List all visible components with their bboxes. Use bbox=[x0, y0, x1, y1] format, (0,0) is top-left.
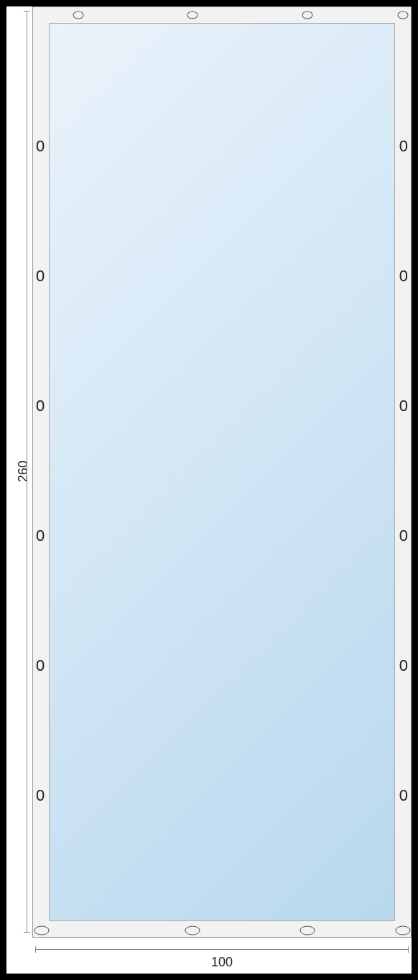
right-mount-marker-3: 0 bbox=[399, 527, 408, 545]
right-mount-marker-0: 0 bbox=[399, 137, 408, 156]
left-mount-marker-0: 0 bbox=[36, 137, 45, 156]
left-mount-marker-5: 0 bbox=[36, 786, 45, 805]
top-mount-hole-2 bbox=[302, 11, 313, 19]
width-dimension-label: 100 bbox=[211, 955, 233, 970]
height-dimension: 260 bbox=[6, 6, 32, 938]
left-mount-marker-1: 0 bbox=[36, 267, 45, 286]
glass-pane bbox=[49, 23, 395, 921]
top-mount-hole-0 bbox=[73, 11, 84, 19]
right-mount-marker-2: 0 bbox=[399, 397, 408, 415]
panel-frame: 000000000000 bbox=[32, 6, 412, 938]
right-mount-marker-1: 0 bbox=[399, 267, 408, 286]
right-mount-marker-4: 0 bbox=[399, 656, 408, 675]
left-mount-marker-3: 0 bbox=[36, 527, 45, 545]
right-mount-marker-5: 0 bbox=[399, 786, 408, 805]
height-dimension-line bbox=[27, 11, 27, 933]
height-dimension-label: 260 bbox=[16, 461, 31, 482]
bottom-mount-hole-2 bbox=[300, 926, 315, 936]
bottom-mount-hole-0 bbox=[34, 926, 50, 936]
top-mount-hole-1 bbox=[187, 11, 198, 19]
top-mount-hole-3 bbox=[398, 11, 409, 19]
drawing-canvas: 260 000000000000 100 bbox=[6, 6, 412, 974]
bottom-mount-hole-1 bbox=[185, 926, 200, 936]
width-dimension: 100 bbox=[32, 938, 412, 974]
left-mount-marker-4: 0 bbox=[36, 656, 45, 675]
width-dimension-line bbox=[35, 949, 409, 950]
left-mount-marker-2: 0 bbox=[36, 397, 45, 415]
bottom-mount-hole-3 bbox=[396, 926, 411, 936]
